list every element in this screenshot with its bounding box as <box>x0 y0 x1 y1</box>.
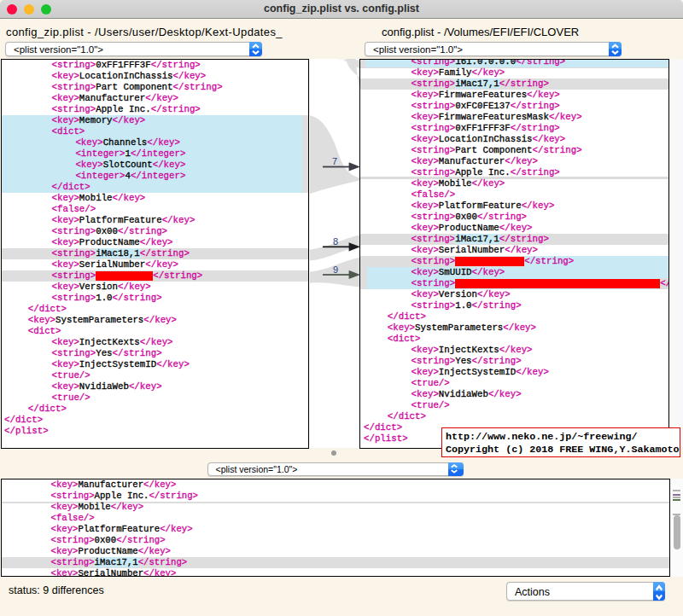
svg-text:7: 7 <box>331 156 336 166</box>
svg-text:9: 9 <box>332 264 337 274</box>
svg-text:8: 8 <box>332 235 337 246</box>
